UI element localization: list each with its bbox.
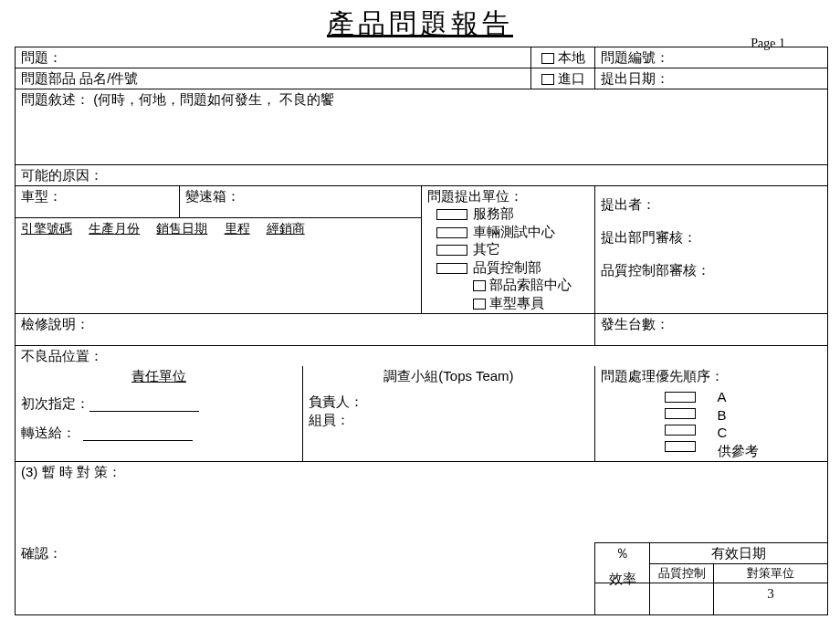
page-number: Page 1	[751, 37, 785, 51]
submit-date-label: 提出日期：	[595, 68, 828, 89]
priority-a-check[interactable]	[665, 392, 696, 403]
occurrence-label: 發生台數：	[595, 314, 828, 346]
forward-to-line[interactable]	[83, 440, 193, 441]
temp-action-cell[interactable]: (3) 暫 時 對 策：	[16, 462, 828, 543]
local-cell: 本地	[531, 47, 595, 68]
import-checkbox[interactable]	[541, 74, 554, 85]
unit-service-check[interactable]	[436, 209, 467, 220]
priority-cell: 問題處理優先順序： A B C 供參考	[595, 366, 828, 462]
priority-ref-check[interactable]	[665, 441, 696, 452]
import-cell: 進口	[531, 68, 595, 89]
unit-model-staff-check[interactable]	[473, 299, 486, 310]
model-label: 車型：	[16, 186, 180, 218]
footer-page-num: 3	[714, 583, 828, 614]
qc-label: 品質控制	[650, 564, 714, 583]
local-checkbox[interactable]	[541, 53, 554, 64]
priority-c-check[interactable]	[665, 425, 696, 436]
effic-cell: 效率	[595, 583, 650, 614]
issue-no-label: 問題編號：	[595, 47, 828, 68]
reporting-unit-cell: 問題提出單位： 服務部 車輛測試中心 其它 品質控制部 部品索賠中心 車型專員	[422, 186, 595, 314]
description-cell[interactable]: 問題敘述： (何時，何地，問題如何發生， 不良的饗	[16, 89, 828, 165]
unit-claim-check[interactable]	[473, 280, 486, 291]
first-assign-line[interactable]	[89, 411, 199, 412]
repair-label: 檢修說明：	[16, 314, 595, 346]
confirm-cell: 確認：	[16, 543, 595, 615]
counter-unit-label: 對策單位	[714, 564, 828, 583]
form-table: 問題： 本地 問題編號： 問題部品 品名/件號 進口 提出日期： 問題敘述： (…	[15, 47, 828, 615]
doc-title: 產品問題報告	[15, 0, 825, 43]
vehicle-columns: 引擎號碼 生產月份 銷售日期 里程 經銷商	[16, 218, 422, 314]
responsible-cell: 責任單位 初次指定： 轉送給：	[16, 366, 303, 462]
team-cell: 調查小組(Tops Team) 負責人： 組員：	[303, 366, 595, 462]
trans-label: 變速箱：	[180, 186, 422, 218]
unit-other-check[interactable]	[436, 245, 467, 256]
priority-b-check[interactable]	[665, 408, 696, 419]
eff-date-label: 有效日期	[650, 543, 828, 564]
footer-blank-1[interactable]	[650, 583, 714, 614]
reviewers-cell: 提出者： 提出部門審核： 品質控制部審核：	[595, 186, 828, 314]
unit-test-check[interactable]	[436, 227, 467, 238]
issue-label: 問題：	[16, 47, 531, 68]
unit-qc-check[interactable]	[436, 263, 467, 274]
cause-label: 可能的原因：	[16, 165, 828, 186]
defect-pos-label: 不良品位置：	[16, 346, 828, 367]
part-label: 問題部品 品名/件號	[16, 68, 531, 89]
